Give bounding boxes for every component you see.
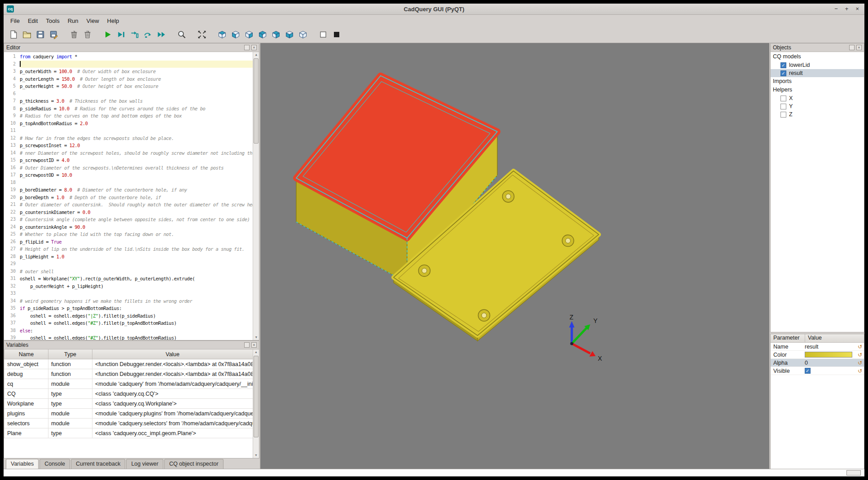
code-line[interactable]: 20p_boreDepth = 1.0 # Depth of the count… [4,194,259,201]
property-row-visible[interactable]: Visible✓↺ [771,367,864,375]
code-line[interactable]: 5p_outerHeight = 50.0 # Outer height of … [4,83,259,90]
editor-scrollbar-thumb[interactable] [254,58,259,144]
code-line[interactable]: 19p_boreDiameter = 8.0 # Diameter of the… [4,186,259,194]
variables-row[interactable]: Workplanetype<class 'cadquery.cq.Workpla… [4,399,253,409]
minimize-button[interactable]: − [834,4,838,14]
visibility-checkbox[interactable] [780,104,786,109]
code-line[interactable]: 3p_outerWidth = 100.0 # Outer width of b… [4,68,259,75]
delete-button[interactable] [81,29,93,41]
run-button[interactable] [101,29,114,41]
code-line[interactable]: 34# weird geometry happens if we make th… [4,297,259,305]
variables-row[interactable]: selectorsmodule<module 'cadquery.selecto… [4,419,253,428]
size-grip[interactable] [846,470,861,476]
objects-close-button[interactable]: × [856,45,862,50]
property-row-name[interactable]: Nameresult↺ [771,343,864,351]
code-editor[interactable]: 1from cadquery import *23p_outerWidth = … [4,52,259,340]
step-into-button[interactable] [128,29,140,41]
variables-col-header[interactable]: Value [92,349,253,359]
tree-item-y[interactable]: Y [771,102,864,110]
tree-item-x[interactable]: X [771,94,864,102]
code-line[interactable]: 14# nner Diameter of the screwpost holes… [4,149,259,157]
property-value[interactable]: 0 [805,360,856,366]
debug-button[interactable] [115,29,127,41]
code-line[interactable]: 28p_lipHeight = 1.0 [4,253,259,261]
code-line[interactable]: 1from cadquery import * [4,53,259,61]
property-row-color[interactable]: Color↺ [771,351,864,359]
variables-row[interactable]: debugfunction<function Debugger.render.<… [4,369,253,379]
code-line[interactable]: 36 oshell = oshell.edges("|Z").fillet(p_… [4,312,259,320]
visibility-checkbox[interactable]: ✓ [780,70,786,76]
code-line[interactable]: 11 [4,127,259,135]
visible-checkbox[interactable]: ✓ [805,368,811,374]
reset-icon[interactable]: ↺ [856,360,864,366]
visibility-checkbox[interactable] [780,112,786,118]
tab-cq-object-inspector[interactable]: CQ object inspector [164,459,224,469]
property-row-alpha[interactable]: Alpha0↺ [771,359,864,367]
code-line[interactable]: 6 [4,90,259,98]
objects-float-button[interactable] [849,45,855,50]
code-line[interactable]: 17p_screwpostOD = 10.0 [4,171,259,179]
menu-help[interactable]: Help [103,16,123,26]
code-line[interactable]: 13p_screwpostInset = 12.0 [4,142,259,149]
open-file-button[interactable] [21,29,33,41]
variables-row[interactable]: cqmodule<module 'cadquery' from '/home/a… [4,379,253,389]
variables-close-button[interactable]: × [251,342,257,348]
menu-file[interactable]: File [6,16,24,26]
code-line[interactable]: 38else: [4,327,259,335]
variables-row[interactable]: pluginsmodule<module 'cadquery.plugins' … [4,409,253,419]
property-value[interactable] [805,352,856,358]
code-line[interactable]: 15p_screwpostID = 4.0 [4,157,259,164]
front-view-button[interactable] [229,29,241,41]
tree-item-result[interactable]: ✓result [771,69,864,77]
code-line[interactable]: 33 [4,290,259,297]
3d-viewport[interactable]: Z Y X [260,43,769,469]
code-line[interactable]: 27# Height of lip on the underside of th… [4,245,259,253]
scroll-up-icon[interactable]: ▲ [253,349,259,355]
code-line[interactable]: 32 p_outerHeight + p_lipHeight) [4,283,259,290]
wireframe-toggle-button[interactable] [317,29,329,41]
menu-tools[interactable]: Tools [42,16,63,26]
property-value[interactable]: result [805,344,856,350]
zoom-button[interactable] [175,29,188,41]
tab-variables[interactable]: Variables [6,459,39,469]
tab-current-traceback[interactable]: Current traceback [71,459,125,469]
code-line[interactable]: 30# outer shell [4,268,259,275]
maximize-button[interactable]: + [845,4,849,14]
code-line[interactable]: 12# How far in from the edges the screwp… [4,135,259,142]
code-line[interactable]: 21# Outer diameter of countersink. Shoul… [4,201,259,209]
code-line[interactable]: 23# Countersink angle (complete angle be… [4,216,259,223]
properties-col-value[interactable]: Value [805,334,824,342]
visibility-checkbox[interactable]: ✓ [780,62,786,68]
tree-group-cq-models[interactable]: CQ models [771,52,864,61]
visibility-checkbox[interactable] [780,96,786,101]
property-value[interactable]: ✓ [805,368,856,374]
save-button[interactable] [34,29,46,41]
clear-editor-button[interactable] [68,29,80,41]
variables-float-button[interactable] [244,342,250,348]
close-button[interactable]: × [855,4,859,14]
top-view-button[interactable] [283,29,295,41]
right-view-button[interactable] [270,29,282,41]
code-line[interactable]: 22p_countersinkDiameter = 0.0 [4,209,259,216]
code-line[interactable]: 18 [4,179,259,187]
editor-scrollbar[interactable]: ▲ ▼ [253,52,259,340]
reset-icon[interactable]: ↺ [856,368,864,374]
code-line[interactable]: 10p_topAndBottomRadius = 2.0 [4,120,259,127]
new-file-button[interactable] [7,29,19,41]
stop-button[interactable] [330,29,342,41]
variables-col-header[interactable]: Type [48,349,92,359]
tree-group-helpers[interactable]: Helpers [771,86,864,94]
scroll-up-icon[interactable]: ▲ [253,52,259,57]
iso-view-button[interactable] [216,29,228,41]
back-view-button[interactable] [243,29,255,41]
editor-float-button[interactable] [244,45,250,50]
variables-col-header[interactable]: Name [4,349,48,359]
menu-view[interactable]: View [83,16,103,26]
step-over-button[interactable] [142,29,154,41]
reset-icon[interactable]: ↺ [856,352,864,358]
tab-console[interactable]: Console [39,459,70,469]
code-line[interactable]: 4p_outerLength = 150.0 # Outer length of… [4,75,259,83]
menu-run[interactable]: Run [64,16,83,26]
variables-scrollbar-thumb[interactable] [254,356,259,437]
fit-all-button[interactable] [196,29,208,41]
